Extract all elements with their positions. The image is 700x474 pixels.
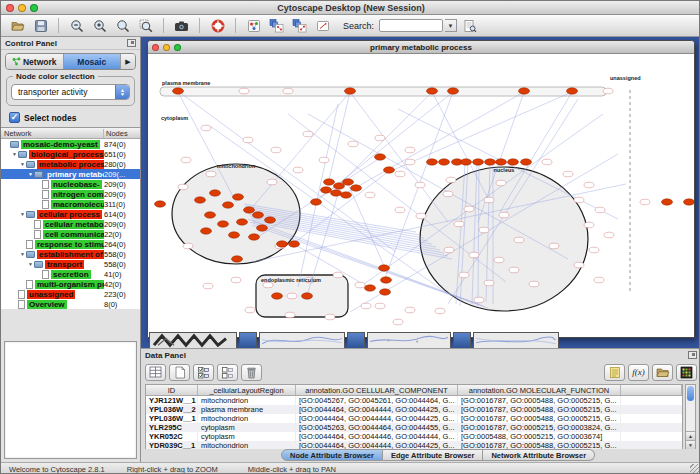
zoom-selected-button[interactable] [135, 16, 156, 35]
network-node-selected[interactable] [155, 201, 166, 207]
network-node[interactable] [203, 283, 213, 289]
tree-row[interactable]: nitrogen compo209(0) [1, 189, 140, 199]
minimized-window-thumbnail[interactable] [473, 332, 559, 348]
tab-edge-attribute-browser[interactable]: Edge Attribute Browser [383, 449, 483, 461]
network-node[interactable] [239, 88, 249, 94]
network-node[interactable] [245, 307, 255, 313]
search-input[interactable] [379, 19, 443, 32]
table-row[interactable]: YPL036W__2plasma membrane[GO:0044464, GO… [146, 405, 682, 414]
network-node-selected[interactable] [439, 159, 450, 165]
vizmapper-button[interactable] [312, 16, 333, 35]
network-node[interactable] [201, 125, 211, 131]
network-node[interactable] [514, 237, 524, 243]
tab-mosaic[interactable]: Mosaic [64, 54, 122, 69]
network-node[interactable] [361, 303, 371, 309]
scrollbar-thumb[interactable] [687, 386, 694, 401]
network-edge[interactable] [350, 92, 448, 222]
network-node-selected[interactable] [334, 183, 345, 189]
network-node-selected[interactable] [244, 207, 255, 213]
network-node[interactable] [303, 131, 313, 137]
float-panel-icon[interactable] [127, 39, 136, 47]
tree-row[interactable]: ▼metabolic process280(0) [1, 159, 140, 169]
network-node[interactable] [405, 159, 415, 165]
tab-node-attribute-browser[interactable]: Node Attribute Browser [281, 449, 383, 461]
network-node[interactable] [263, 282, 273, 288]
network-node[interactable] [267, 179, 277, 185]
network-node-selected[interactable] [662, 199, 673, 205]
network-node-selected[interactable] [473, 159, 484, 165]
tree-column-network[interactable]: Network [1, 129, 104, 138]
minimized-window-thumbnail[interactable] [367, 332, 451, 348]
network-node[interactable] [469, 252, 479, 258]
network-node-selected[interactable] [461, 159, 472, 165]
expander-icon[interactable]: ▼ [27, 171, 34, 177]
tab-overflow-arrow[interactable]: ▶ [121, 54, 135, 69]
network-node-selected[interactable] [331, 190, 342, 196]
tree-row[interactable]: ▼biological_process651(0) [1, 149, 140, 159]
minimized-window-edge[interactable] [347, 332, 365, 348]
table-column-header[interactable]: ID [146, 385, 198, 395]
tree-row[interactable]: nucleobase-209(0) [1, 179, 140, 189]
import-attribute-file-button[interactable] [652, 364, 673, 381]
network-node-selected[interactable] [379, 265, 390, 271]
network-node-selected[interactable] [519, 88, 530, 94]
network-overview-button[interactable] [243, 16, 264, 35]
network-node[interactable] [594, 277, 604, 283]
search-dropdown-arrow[interactable]: ▼ [445, 19, 457, 32]
network-node[interactable] [283, 88, 293, 94]
network-node[interactable] [496, 180, 506, 186]
network-node[interactable] [574, 262, 584, 268]
network-node-selected[interactable] [257, 225, 268, 231]
network-window-titlebar[interactable]: primary metabolic process [148, 41, 694, 54]
table-scrollbar[interactable]: ▲ ▼ [685, 384, 696, 450]
network-node[interactable] [584, 222, 594, 228]
table-row[interactable]: YKR052Ccytoplasm[GO:0044464, GO:0044446,… [146, 432, 682, 441]
network-node-selected[interactable] [448, 88, 459, 94]
network-node-selected[interactable] [343, 179, 354, 185]
unselect-attributes-button[interactable] [217, 364, 238, 381]
network-node-selected[interactable] [311, 199, 322, 205]
network-node[interactable] [574, 197, 584, 203]
network-node[interactable] [293, 167, 303, 173]
zoom-fit-button[interactable] [112, 16, 133, 35]
network-node-selected[interactable] [253, 212, 264, 218]
minimized-window-thumbnail[interactable] [149, 332, 237, 348]
network-node-selected[interactable] [302, 293, 313, 299]
network-node-selected[interactable] [496, 159, 507, 165]
table-row[interactable]: YPL036W__1mitochondrion[GO:0044464, GO:0… [146, 414, 682, 423]
network-node[interactable] [529, 281, 539, 287]
network-node-selected[interactable] [223, 202, 234, 208]
network-node[interactable] [325, 314, 335, 320]
network-node-selected[interactable] [351, 185, 362, 191]
zoom-out-button[interactable] [66, 16, 87, 35]
formula-button[interactable]: f(x) [628, 364, 649, 381]
network-node[interactable] [464, 206, 474, 212]
attribute-grid-button[interactable] [145, 364, 166, 381]
tree-row[interactable]: cell communicat22(0) [1, 229, 140, 239]
network-node[interactable] [319, 157, 329, 163]
network-node[interactable] [231, 277, 241, 283]
minimize-button[interactable] [18, 4, 26, 12]
zoom-window-button[interactable] [30, 4, 38, 12]
network-node-selected[interactable] [210, 190, 221, 196]
network-node-selected[interactable] [427, 88, 438, 94]
snapshot-button[interactable] [171, 16, 192, 35]
network-node[interactable] [640, 199, 650, 205]
network-node[interactable] [563, 171, 573, 177]
network-node[interactable] [181, 157, 191, 163]
network-node[interactable] [454, 221, 464, 227]
help-button[interactable] [207, 16, 228, 35]
network-node[interactable] [484, 280, 494, 286]
tree-row[interactable]: ▼cellular process614(0) [1, 209, 140, 219]
select-nodes-checkbox[interactable]: ✓ [9, 112, 20, 123]
import-annotation-button[interactable] [266, 16, 287, 35]
network-node[interactable] [509, 267, 519, 273]
new-attribute-button[interactable] [169, 364, 190, 381]
select-attributes-button[interactable] [193, 364, 214, 381]
network-node[interactable] [444, 247, 454, 253]
network-node-selected[interactable] [173, 88, 184, 94]
tree-row[interactable]: secretion41(0) [1, 269, 140, 279]
node-color-dropdown[interactable]: transporter activity ▲▼ [11, 84, 130, 100]
tree-row[interactable]: ▼establishment of lo558(0) [1, 249, 140, 259]
network-node[interactable] [484, 197, 494, 203]
